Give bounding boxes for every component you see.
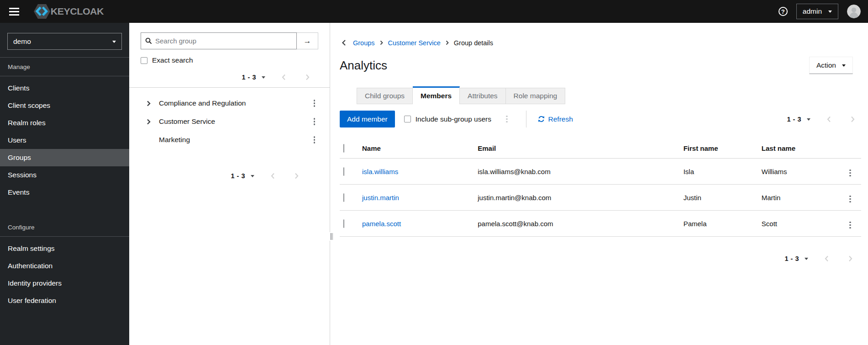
- kebab-menu-icon[interactable]: [311, 134, 318, 145]
- members-toolbar: Add member Include sub-group users: [340, 111, 861, 127]
- pagination-next-button[interactable]: [303, 72, 312, 82]
- realm-selector[interactable]: demo: [7, 33, 122, 50]
- caret-down-icon[interactable]: [262, 76, 265, 80]
- sidebar-item-authentication[interactable]: Authentication: [0, 257, 129, 275]
- panel-resize-handle[interactable]: [330, 232, 334, 241]
- row-kebab-menu-icon[interactable]: [847, 168, 854, 179]
- sidebar-nav: demo Manage Clients Client scopes Realm …: [0, 23, 129, 345]
- sidebar-item-client-scopes[interactable]: Client scopes: [0, 97, 129, 114]
- tree-item-customer-service: Customer Service: [129, 112, 330, 131]
- kebab-menu-icon[interactable]: [503, 114, 510, 125]
- breadcrumb-customer-service-link[interactable]: Customer Service: [388, 39, 441, 47]
- row-checkbox[interactable]: [343, 193, 344, 202]
- include-subgroups-label: Include sub-group users: [416, 115, 491, 123]
- member-email: pamela.scott@knab.com: [474, 211, 679, 237]
- pagination-range: 1 - 3: [787, 116, 801, 123]
- caret-down-icon: [112, 41, 116, 45]
- include-subgroups-checkbox[interactable]: [404, 116, 411, 122]
- member-first-name: Justin: [680, 185, 758, 211]
- kebab-menu-icon[interactable]: [311, 116, 318, 127]
- select-all-checkbox[interactable]: [343, 144, 344, 153]
- member-first-name: Pamela: [680, 211, 758, 237]
- member-username-link[interactable]: isla.williams: [362, 168, 398, 175]
- member-username-link[interactable]: pamela.scott: [362, 220, 401, 228]
- nav-section-configure: Configure: [0, 218, 129, 236]
- masthead: KEYCLOAK ? admin: [0, 0, 868, 23]
- back-chevron-icon[interactable]: [340, 38, 348, 47]
- pagination-range: 1 - 3: [242, 74, 256, 81]
- manage-nav-list: Clients Client scopes Realm roles Users …: [0, 76, 129, 204]
- group-name[interactable]: Compliance and Regulation: [159, 99, 311, 107]
- group-tree-panel: → Exact search 1 - 3: [129, 23, 330, 345]
- pagination-prev-button[interactable]: [268, 171, 278, 181]
- row-kebab-menu-icon[interactable]: [847, 194, 854, 205]
- column-header-name[interactable]: Name: [358, 139, 474, 159]
- pagination-prev-button[interactable]: [279, 72, 289, 82]
- kebab-menu-icon[interactable]: [311, 98, 318, 109]
- pagination-next-button[interactable]: [846, 254, 855, 264]
- column-header-last-name[interactable]: Last name: [758, 139, 839, 159]
- help-icon[interactable]: ?: [779, 7, 788, 16]
- sidebar-item-clients[interactable]: Clients: [0, 80, 129, 97]
- column-header-first-name[interactable]: First name: [680, 139, 758, 159]
- member-username-link[interactable]: justin.martin: [362, 194, 399, 202]
- group-name[interactable]: Marketing: [159, 136, 311, 144]
- members-table: Name Email First name Last name isla.wil…: [340, 139, 861, 237]
- pagination-next-button[interactable]: [292, 171, 301, 181]
- sidebar-item-realm-roles[interactable]: Realm roles: [0, 114, 129, 132]
- group-details-main: Groups Customer Service Group details An…: [330, 23, 868, 345]
- pagination-prev-button[interactable]: [822, 254, 831, 264]
- search-submit-button[interactable]: →: [297, 32, 318, 49]
- tab-role-mapping[interactable]: Role mapping: [506, 88, 566, 104]
- table-header-row: Name Email First name Last name: [340, 139, 861, 159]
- pagination-next-button[interactable]: [848, 114, 857, 124]
- user-menu-dropdown[interactable]: admin: [796, 4, 838, 19]
- tab-child-groups[interactable]: Child groups: [357, 88, 413, 104]
- exact-search-label: Exact search: [152, 56, 193, 64]
- sidebar-item-realm-settings[interactable]: Realm settings: [0, 240, 129, 257]
- page-title: Analytics: [340, 58, 387, 73]
- tree-item-compliance-and-regulation: Compliance and Regulation: [129, 94, 330, 112]
- member-email: isla.williams@knab.com: [474, 159, 679, 185]
- exact-search-checkbox[interactable]: [141, 57, 147, 64]
- sidebar-item-events[interactable]: Events: [0, 184, 129, 201]
- member-last-name: Martin: [758, 185, 839, 211]
- action-dropdown[interactable]: Action: [809, 57, 853, 74]
- tree-item-marketing: Marketing: [129, 131, 330, 149]
- nav-toggle-button[interactable]: [7, 6, 21, 17]
- user-avatar[interactable]: [847, 5, 861, 18]
- row-kebab-menu-icon[interactable]: [847, 220, 854, 231]
- expand-chevron-icon[interactable]: [147, 101, 155, 106]
- sidebar-item-identity-providers[interactable]: Identity providers: [0, 275, 129, 292]
- expand-chevron-icon[interactable]: [147, 119, 155, 125]
- sidebar-item-user-federation[interactable]: User federation: [0, 292, 129, 309]
- search-group-input[interactable]: [155, 37, 292, 45]
- sidebar-item-groups[interactable]: Groups: [0, 149, 129, 166]
- pagination-prev-button[interactable]: [824, 114, 834, 124]
- caret-down-icon: [842, 64, 846, 69]
- add-member-button[interactable]: Add member: [340, 111, 395, 127]
- refresh-icon: [538, 116, 545, 122]
- caret-down-icon[interactable]: [807, 118, 810, 122]
- breadcrumb: Groups Customer Service Group details: [340, 38, 861, 47]
- caret-down-icon[interactable]: [251, 175, 254, 179]
- breadcrumb-current: Group details: [454, 39, 493, 47]
- breadcrumb-groups-link[interactable]: Groups: [353, 39, 375, 47]
- refresh-label: Refresh: [548, 115, 573, 123]
- row-checkbox[interactable]: [343, 219, 344, 228]
- refresh-button[interactable]: Refresh: [538, 115, 573, 123]
- divider: [526, 111, 526, 127]
- members-pagination-top: 1 - 3: [787, 111, 857, 127]
- row-checkbox[interactable]: [343, 167, 344, 176]
- tree-pagination-top: 1 - 3: [129, 69, 330, 85]
- nav-section-manage: Manage: [0, 58, 129, 76]
- sidebar-item-sessions[interactable]: Sessions: [0, 166, 129, 184]
- tab-attributes[interactable]: Attributes: [460, 88, 505, 104]
- pagination-range: 1 - 3: [231, 172, 245, 180]
- group-name[interactable]: Customer Service: [159, 117, 311, 126]
- members-pagination-bottom: 1 - 3: [340, 251, 861, 266]
- caret-down-icon[interactable]: [805, 258, 808, 262]
- sidebar-item-users[interactable]: Users: [0, 132, 129, 149]
- column-header-email[interactable]: Email: [474, 139, 679, 159]
- tab-members[interactable]: Members: [413, 86, 460, 104]
